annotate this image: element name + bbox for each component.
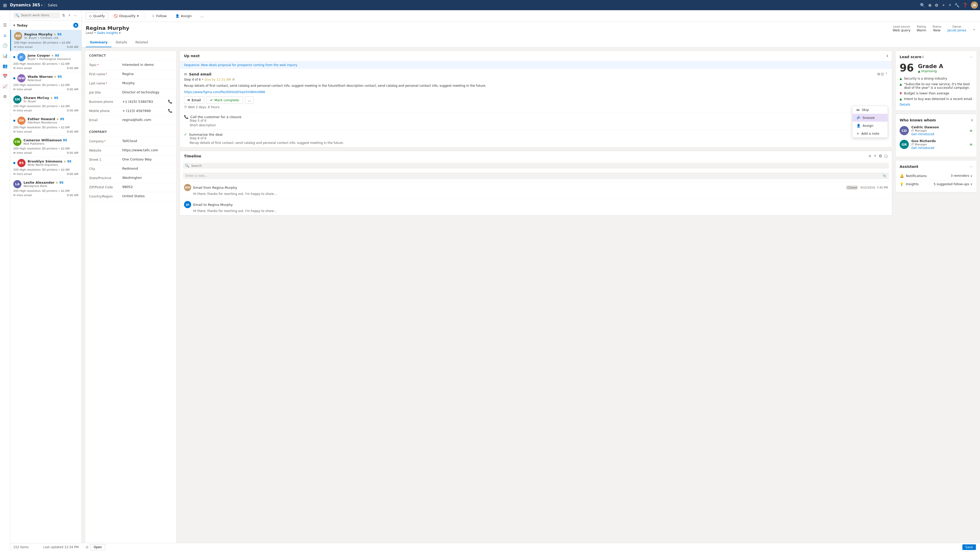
form-value-jobtitle[interactable]: Director of technology [122, 90, 172, 94]
search-input[interactable] [21, 14, 58, 17]
form-value-website[interactable]: https://www.tallc.com [122, 148, 172, 152]
score-more-icon[interactable]: ⋯ [969, 55, 973, 59]
user-avatar[interactable]: JA [971, 2, 978, 9]
score-info-icon[interactable]: ℹ [922, 55, 924, 59]
task-open-icon[interactable]: ⊡ [881, 72, 884, 76]
tab-details[interactable]: Details [111, 38, 131, 47]
lead-item-eh[interactable]: EH Esther Howard ★ 95 Fabrikam Residence… [10, 114, 81, 136]
notifications-left: 🔔 Notifications [900, 174, 927, 178]
rail-settings-icon[interactable]: ⚙ [0, 92, 10, 101]
expand-icon[interactable]: ⊡ [86, 545, 88, 549]
more-commands-button[interactable]: ... [197, 12, 207, 20]
form-value-state[interactable]: Washington [122, 176, 172, 179]
search-box[interactable]: 🔍 [13, 13, 60, 18]
phone-icon-business[interactable]: 📞 [168, 100, 172, 103]
meta-owner-value[interactable]: Jacob Jones [948, 28, 966, 32]
rail-reports-icon[interactable]: 📈 [0, 82, 10, 91]
lead-item-cw[interactable]: CW Cameron Williamson 95 Nod Publishers … [10, 136, 81, 157]
rail-recent-icon[interactable]: 🕐 [0, 41, 10, 50]
today-chevron-icon[interactable]: ▼ [13, 24, 15, 27]
help-icon[interactable]: ❓ [963, 3, 968, 8]
tab-summary[interactable]: Summary [86, 38, 111, 47]
follow-button[interactable]: ☆ Follow [148, 12, 170, 20]
form-value-lastname[interactable]: Murphy [122, 81, 172, 85]
form-value-topic[interactable]: Interested in demo [122, 63, 172, 67]
add-icon[interactable]: ＋ [942, 3, 945, 8]
more-task-button[interactable]: ... [245, 97, 254, 104]
insights-item[interactable]: 💡 Insights 5 suggested follow-ups ∨ [900, 180, 973, 188]
rail-home-icon[interactable]: ⌂ [0, 30, 10, 40]
lead-item-ww[interactable]: WW Wade Warren ★ 95 Relecloud 200 High r… [10, 72, 81, 94]
app-title[interactable]: Dynamics 365 ▾ [10, 3, 42, 7]
lead-pipeline-link[interactable]: Sales insights [97, 31, 118, 35]
lead-detail-sm: 200 High resolution 3D printers • $2.6M [13, 105, 78, 108]
form-value-email[interactable]: regina@tallc.com [122, 118, 172, 122]
knows-intro-0[interactable]: Get introduced [912, 132, 967, 136]
task-copy-icon[interactable]: ⧉ [877, 72, 880, 76]
form-value-country[interactable]: United States [122, 194, 172, 198]
knows-intro-1[interactable]: Get introduced [912, 146, 967, 150]
lead-item-sm[interactable]: SM Shawn McCoy ★ 95 Sr. Buyer 200 High r… [10, 94, 81, 114]
tab-related[interactable]: Related [131, 38, 152, 47]
filter-button[interactable]: ⚡ [67, 12, 72, 18]
rail-menu-icon[interactable]: ☰ [0, 21, 10, 30]
gear-icon[interactable]: 🔧 [955, 3, 959, 8]
insights-chevron[interactable]: ∨ [970, 182, 973, 186]
task-call-customer[interactable]: 📞 Call the customer for a closure ∨ Step… [180, 112, 892, 130]
knows-info-icon[interactable]: ℹ [971, 118, 973, 122]
email-button[interactable]: ✉ Email [184, 97, 204, 104]
lead-email-la: ✉ Intro email [13, 194, 32, 197]
score-details-link[interactable]: Details [900, 103, 973, 106]
phone-icon-mobile[interactable]: 📞 [168, 109, 172, 113]
form-value-firstname[interactable]: Regina [122, 72, 172, 76]
save-button[interactable]: Save [963, 545, 976, 550]
assign-button[interactable]: 👤 Assign [172, 12, 195, 20]
form-value-zip[interactable]: 98052 [122, 185, 172, 189]
timeline-filter-icon[interactable]: ⚡ [873, 154, 877, 159]
refresh-icon[interactable]: ↺ [232, 78, 234, 81]
lead-item-rm[interactable]: RM Regina Murphy ★ 95 Sr. Buyer • Contos… [10, 30, 81, 51]
rail-contacts-icon[interactable]: 👥 [0, 61, 10, 70]
dropdown-add-note[interactable]: + Add a note [853, 130, 888, 138]
search-icon[interactable]: 🔍 [920, 3, 925, 8]
open-button[interactable]: Open [90, 544, 105, 550]
rail-sales-icon[interactable]: 📊 [0, 51, 10, 60]
lead-item-jc[interactable]: JC Jane Cooper ★ 95 Buyer • Humongous In… [10, 51, 81, 72]
form-value-city[interactable]: Redmond [122, 167, 172, 170]
form-value-street[interactable]: One Contoso Way [122, 157, 172, 161]
notifications-chevron[interactable]: ∨ [970, 174, 973, 178]
qualify-button[interactable]: ◇ Qualify [86, 12, 108, 20]
form-label-country: Country/Region [89, 194, 122, 198]
disqualify-button[interactable]: 🚫 Disqualify ▾ [110, 12, 142, 20]
timeline-search-field[interactable] [191, 164, 887, 168]
dropdown-skip[interactable]: ⏭ Skip [853, 106, 888, 114]
notifications-item[interactable]: 🔔 Notifications 3 reminders ∨ [900, 171, 973, 180]
attachment-icon[interactable]: 📎 [883, 174, 886, 178]
rail-activities-icon[interactable]: 📅 [0, 71, 10, 81]
task-link[interactable]: https://www.figma.com/file/XDHUdX5ws5iVW… [184, 90, 265, 94]
dropdown-assign[interactable]: 👤 Assign [853, 122, 888, 130]
timeline-settings-icon[interactable]: ⚙ [879, 154, 882, 159]
assistant-more-icon[interactable]: ⋯ [969, 165, 973, 168]
up-next-info-icon[interactable]: ℹ [886, 54, 888, 58]
feedback-icon[interactable]: ⊕ [928, 3, 932, 8]
timeline-item-title-0: Email from Regina Murphy [193, 186, 844, 189]
filter-icon[interactable]: ⚡ [948, 3, 951, 8]
lead-item-la[interactable]: LA Leslie Alexander ★ 95 Woodgrove Bank … [10, 178, 81, 199]
sort-button[interactable]: ⇅ [61, 12, 66, 18]
status-bar: ⊡ Open Save [82, 543, 980, 551]
header-expand-icon[interactable]: ⌄ [973, 26, 976, 31]
timeline-search-input[interactable]: 🔍 [183, 163, 889, 168]
mark-complete-button[interactable]: ✔ Mark complete [206, 97, 243, 104]
timeline-add-icon[interactable]: + [868, 154, 872, 159]
timeline-refresh-icon[interactable]: ○ [884, 154, 888, 159]
lead-item-bs[interactable]: BS Brooklyn Simmons ★ 95 Wide World Impo… [10, 157, 81, 178]
lead-pipeline-chevron[interactable]: ▾ [119, 31, 121, 35]
form-value-company[interactable]: TallCloud [122, 139, 172, 143]
settings-icon[interactable]: ⚙ [935, 3, 938, 8]
task-summarize-deal[interactable]: ✓ Summarize the deal ∨ Step 6 of 6 Recap… [180, 130, 892, 148]
more-button[interactable]: ⋯ [73, 12, 78, 18]
apps-grid-icon[interactable]: ⊞ [2, 2, 8, 9]
dropdown-snooze[interactable]: 💤 Snooze [853, 114, 888, 122]
task-collapse-icon[interactable]: ⌃ [885, 72, 888, 76]
